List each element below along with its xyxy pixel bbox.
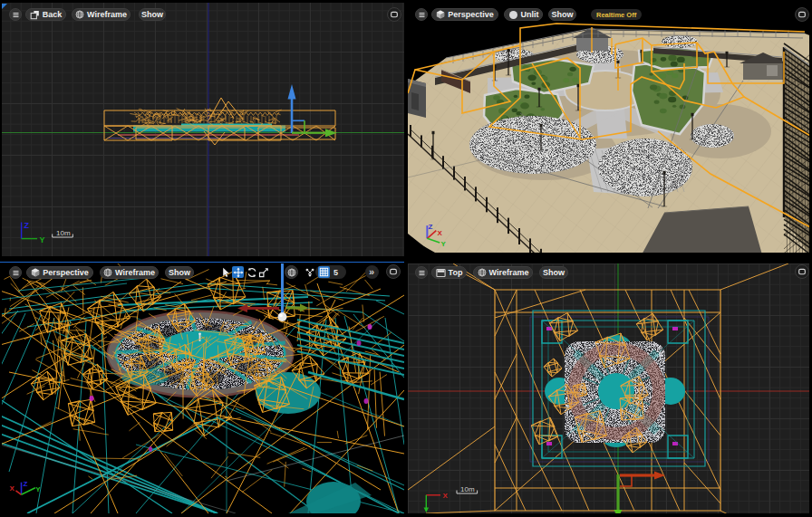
svg-text:10m: 10m [56,229,71,237]
svg-text:Z: Z [429,223,433,231]
svg-text:Z: Z [24,480,28,488]
svg-text:Z: Z [24,221,30,230]
svg-text:Y: Y [35,485,41,493]
svg-text:Y: Y [40,235,45,244]
svg-text:Y: Y [440,240,446,248]
svg-text:10m: 10m [460,485,475,493]
svg-text:X: X [438,229,443,237]
svg-text:X: X [10,484,15,493]
svg-text:X: X [443,492,449,500]
